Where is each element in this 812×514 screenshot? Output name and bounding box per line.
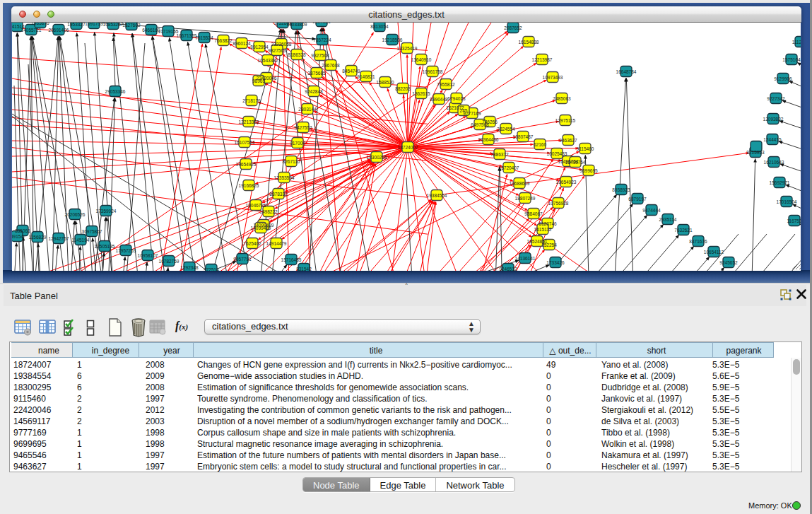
svg-text:10688609: 10688609 [510, 181, 530, 186]
svg-text:6879197: 6879197 [628, 197, 647, 201]
svg-text:1112543: 1112543 [792, 40, 801, 45]
svg-text:252254: 252254 [541, 243, 557, 247]
svg-text:10756928: 10756928 [548, 201, 569, 206]
svg-text:10719155: 10719155 [158, 29, 179, 34]
svg-text:12975115: 12975115 [555, 118, 576, 123]
svg-text:17359924: 17359924 [96, 209, 117, 214]
svg-text:1733426: 1733426 [546, 260, 565, 265]
svg-text:6497568: 6497568 [471, 122, 489, 127]
svg-text:9146821: 9146821 [357, 74, 375, 79]
svg-text:10543382: 10543382 [258, 58, 278, 63]
svg-text:1527602: 1527602 [122, 23, 141, 28]
svg-text:1362615: 1362615 [412, 91, 430, 96]
svg-text:14099489: 14099489 [251, 226, 271, 230]
svg-text:1575104: 1575104 [782, 57, 801, 62]
svg-text:30975867: 30975867 [82, 229, 102, 234]
svg-text:12093832: 12093832 [763, 117, 784, 122]
svg-text:8454749: 8454749 [342, 69, 360, 74]
svg-text:8813054: 8813054 [370, 24, 389, 29]
svg-text:9129906: 9129906 [774, 76, 792, 81]
svg-text:23226058: 23226058 [271, 42, 292, 47]
svg-text:116753: 116753 [787, 218, 801, 223]
svg-text:1498222: 1498222 [259, 209, 278, 214]
svg-text:10973493: 10973493 [543, 75, 563, 80]
svg-text:1244415: 1244415 [763, 137, 782, 142]
svg-text:8267110: 8267110 [283, 159, 300, 164]
svg-text:62160: 62160 [534, 142, 546, 147]
svg-text:19218506: 19218506 [382, 37, 403, 42]
svg-text:9699695: 9699695 [579, 168, 598, 173]
svg-text:2087652: 2087652 [504, 25, 522, 30]
svg-text:9245652: 9245652 [719, 260, 738, 265]
svg-text:8938923: 8938923 [612, 187, 630, 192]
svg-text:16495754: 16495754 [565, 160, 586, 165]
svg-text:7632621: 7632621 [674, 228, 693, 233]
svg-text:9246512: 9246512 [499, 267, 517, 271]
svg-text:972514: 972514 [204, 267, 219, 271]
svg-text:9327508: 9327508 [311, 53, 329, 58]
svg-text:8186328: 8186328 [288, 52, 306, 57]
svg-text:6120746: 6120746 [539, 221, 557, 226]
svg-text:16210643: 16210643 [764, 160, 784, 165]
svg-text:1615112: 1615112 [534, 227, 552, 232]
svg-text:19654925: 19654925 [236, 162, 257, 167]
svg-text:245: 245 [460, 108, 468, 113]
svg-text:16671355: 16671355 [177, 33, 197, 38]
svg-text:16648784: 16648784 [616, 69, 637, 74]
svg-text:19654923: 19654923 [556, 180, 577, 185]
svg-text:2935114: 2935114 [659, 217, 677, 222]
svg-text:831542: 831542 [296, 267, 312, 271]
svg-text:7886372: 7886372 [490, 152, 509, 157]
svg-text:2803144: 2803144 [298, 107, 317, 112]
svg-text:13325419: 13325419 [397, 46, 418, 51]
svg-text:20364436: 20364436 [478, 137, 499, 142]
svg-text:7515524: 7515524 [195, 35, 213, 40]
svg-text:8215953: 8215953 [746, 150, 765, 155]
svg-text:15692971: 15692971 [770, 180, 790, 185]
svg-text:9657791: 9657791 [233, 257, 252, 262]
svg-text:10807487: 10807487 [513, 134, 534, 139]
svg-text:20691406: 20691406 [49, 28, 69, 33]
svg-text:29053346: 29053346 [105, 89, 126, 94]
svg-text:2867608: 2867608 [322, 63, 340, 68]
svg-text:9427552: 9427552 [294, 125, 312, 130]
svg-text:13640910: 13640910 [411, 57, 432, 62]
svg-text:39154: 39154 [12, 234, 23, 239]
svg-text:2718176: 2718176 [242, 98, 261, 103]
svg-text:10046785: 10046785 [246, 203, 266, 208]
svg-text:9463627: 9463627 [559, 138, 577, 143]
svg-text:9357121: 9357121 [312, 23, 331, 24]
svg-text:6794028: 6794028 [447, 96, 466, 101]
svg-text:10853267: 10853267 [103, 23, 124, 27]
svg-text:1292348: 1292348 [180, 265, 199, 270]
svg-text:14136141: 14136141 [515, 256, 536, 261]
svg-text:20206526: 20206526 [65, 212, 86, 217]
svg-text:8990448: 8990448 [430, 97, 448, 102]
svg-text:16107554: 16107554 [235, 140, 255, 145]
svg-text:16033809: 16033809 [287, 23, 307, 27]
svg-text:15720407: 15720407 [499, 165, 519, 170]
svg-text:8471676: 8471676 [689, 239, 707, 244]
svg-text:16154838: 16154838 [519, 40, 539, 45]
svg-text:12213383: 12213383 [239, 119, 259, 124]
svg-text:98965: 98965 [252, 78, 265, 83]
svg-text:8878332: 8878332 [269, 192, 288, 197]
svg-text:18807249: 18807249 [515, 196, 536, 201]
svg-text:12942757: 12942757 [49, 236, 69, 241]
svg-text:12213987: 12213987 [532, 57, 553, 62]
svg-text:7485063: 7485063 [553, 96, 571, 101]
svg-text:7955812: 7955812 [437, 82, 455, 87]
svg-text:8912954: 8912954 [250, 45, 269, 49]
svg-text:14914479: 14914479 [266, 241, 287, 246]
svg-text:16782759: 16782759 [159, 259, 180, 264]
svg-text:3824554: 3824554 [497, 127, 515, 132]
svg-text:18724007: 18724007 [398, 145, 418, 150]
svg-text:1935876: 1935876 [31, 23, 49, 25]
svg-text:15716485: 15716485 [281, 257, 302, 262]
svg-text:19166825: 19166825 [239, 183, 259, 188]
svg-text:10025433: 10025433 [547, 151, 567, 156]
svg-text:9227342: 9227342 [767, 96, 785, 101]
svg-text:9884067: 9884067 [524, 211, 543, 216]
svg-text:10961758: 10961758 [423, 69, 443, 74]
svg-text:7663822: 7663822 [214, 38, 233, 43]
